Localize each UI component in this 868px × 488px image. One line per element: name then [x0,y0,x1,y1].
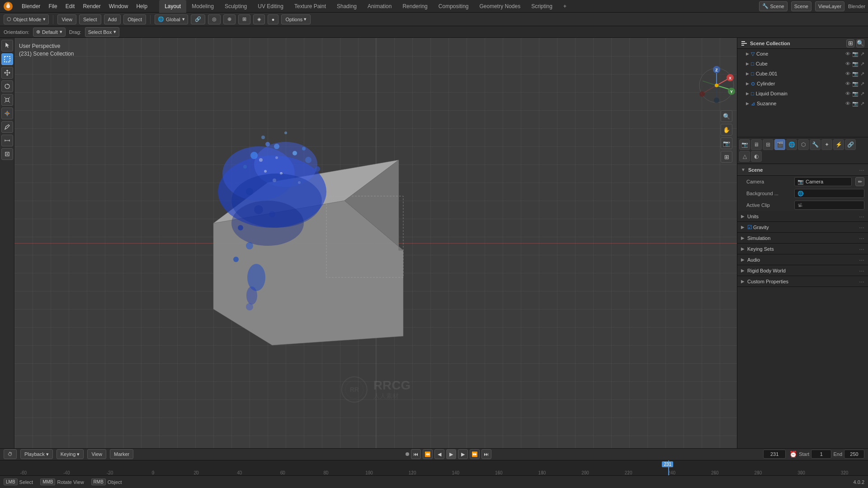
cylinder-select-icon[interactable]: ↗ [860,81,864,87]
outliner-item-cube001[interactable]: ▶ □ Cube.001 👁 📷 ↗ [737,69,868,79]
add-menu[interactable]: Add [104,14,121,24]
prev-frame-btn[interactable]: ◀ [434,449,444,459]
viewport-shading[interactable]: ● [268,14,279,24]
workspace-tab-sculpting[interactable]: Sculpting [219,0,252,13]
show-overlays[interactable]: ⊞ [238,14,250,24]
timeline-editor-type[interactable]: ⏱ [4,449,17,459]
outliner-search-btn[interactable]: 🔍 [856,39,864,47]
workspace-tab-modeling[interactable]: Modeling [186,0,219,13]
cube001-render-icon[interactable]: 📷 [852,71,859,77]
keying-sets-section[interactable]: ▶ Keying Sets ··· [737,244,868,254]
cone-render-icon[interactable]: 📷 [852,51,859,57]
constraints-props-btn[interactable]: 🔗 [845,139,856,150]
drag-selector[interactable]: Select Box ▾ [85,27,120,37]
cylinder-render-icon[interactable]: 📷 [852,81,859,87]
navigation-gizmo[interactable]: X Y Z [696,65,737,106]
workspace-tab-uv-editing[interactable]: UV Editing [252,0,289,13]
mode-selector[interactable]: ⬡ Object Mode ▾ [4,14,49,24]
cone-select-icon[interactable]: ↗ [860,51,864,57]
audio-section[interactable]: ▶ Audio ··· [737,254,868,265]
cube-visibility-icon[interactable]: 👁 [845,61,850,67]
expand-cylinder[interactable]: ▶ [745,81,750,86]
view-layer-props-btn[interactable]: ⊞ [763,139,774,150]
end-frame-value[interactable]: 250 [844,450,864,459]
outliner-item-liquid-domain[interactable]: ▶ □ Liquid Domain 👁 📷 ↗ [737,89,868,99]
options-btn[interactable]: Options ▾ [281,14,311,24]
current-frame-display[interactable]: 231 [763,450,786,459]
rotate-view-status[interactable]: MMB Rotate View [40,479,84,485]
rigid-body-menu[interactable]: ··· [859,267,864,274]
workspace-tab-scripting[interactable]: Scripting [526,0,558,13]
next-frame-btn[interactable]: ▶ [458,449,468,459]
jump-to-end-btn[interactable]: ⏭ [481,449,491,459]
expand-liquid[interactable]: ▶ [745,91,750,96]
menu-render[interactable]: Render [79,2,104,10]
cursor-tool[interactable] [1,40,13,52]
activeclip-value[interactable]: 📽 [794,201,864,210]
expand-suzanne[interactable]: ▶ [745,101,750,106]
viewport-3d[interactable]: User Perspective (231) Scene Collection … [14,38,737,448]
cone-visibility-icon[interactable]: 👁 [845,51,850,57]
workspace-tab-rendering[interactable]: Rendering [397,0,433,13]
select-status[interactable]: LMB Select [4,479,33,485]
physics-props-btn[interactable]: ⚡ [833,139,844,150]
object-menu[interactable]: Object [123,14,146,24]
pan-btn[interactable]: ✋ [721,124,732,136]
data-props-btn[interactable]: △ [739,151,750,162]
expand-cube[interactable]: ▶ [745,61,750,66]
scene-section-header[interactable]: ▼ Scene ··· [737,164,868,176]
cube-render-icon[interactable]: 📷 [852,61,859,67]
marker-menu[interactable]: Marker [110,449,133,459]
view-timeline-menu[interactable]: View [87,449,106,459]
next-keyframe-btn[interactable]: ⏩ [470,449,480,459]
cube001-visibility-icon[interactable]: 👁 [845,71,850,77]
scene-section-menu[interactable]: ··· [859,166,864,174]
start-frame-value[interactable]: 1 [811,450,831,459]
outliner-item-cylinder[interactable]: ▶ ⊙ Cylinder 👁 📷 ↗ [737,79,868,89]
units-section[interactable]: ▶ Units ··· [737,211,868,222]
play-btn[interactable]: ▶ [446,449,456,459]
background-value[interactable]: 🌐 [794,189,864,198]
custom-properties-section[interactable]: ▶ Custom Properties ··· [737,276,868,287]
add-cube-tool[interactable] [1,148,13,160]
show-xray[interactable]: ◈ [253,14,265,24]
workspace-tab-animation[interactable]: Animation [362,0,397,13]
menu-help[interactable]: Help [132,2,151,10]
units-menu[interactable]: ··· [859,213,864,220]
output-props-btn[interactable]: 🖥 [751,139,762,150]
object-status[interactable]: RMB Object [91,479,122,485]
jump-to-start-btn[interactable]: ⏮ [411,449,421,459]
render-props-btn[interactable]: 📷 [739,139,750,150]
rigid-body-world-section[interactable]: ▶ Rigid Body World ··· [737,265,868,276]
zoom-in-btn[interactable]: 🔍 [721,110,732,122]
menu-file[interactable]: File [45,2,61,10]
liquid-render-icon[interactable]: 📷 [852,91,859,97]
camera-btn[interactable]: 📷 [721,137,732,149]
select-menu[interactable]: Select [79,14,101,24]
camera-value[interactable]: 📷 Camera [794,177,852,186]
view-menu[interactable]: View [57,14,76,24]
transform-orientation[interactable]: 🌐 Global ▾ [155,14,188,24]
gravity-checkbox[interactable]: ☑ [747,224,752,230]
world-props-btn[interactable]: 🌐 [786,139,797,150]
workspace-tab-add[interactable]: + [558,0,572,13]
liquid-select-icon[interactable]: ↗ [860,91,864,97]
gravity-section[interactable]: ▶ ☑ Gravity ··· [737,222,868,233]
particles-props-btn[interactable]: ✦ [821,139,832,150]
view-layer-selector[interactable]: ViewLayer [815,1,844,11]
suzanne-select-icon[interactable]: ↗ [860,101,864,107]
menu-blender[interactable]: Blender [18,2,44,10]
select-tool[interactable] [1,53,13,65]
measure-tool[interactable] [1,135,13,146]
expand-cube001[interactable]: ▶ [745,71,750,76]
keying-menu[interactable]: ··· [859,245,864,253]
cylinder-visibility-icon[interactable]: 👁 [845,81,850,87]
suzanne-render-icon[interactable]: 📷 [852,101,859,107]
gravity-menu[interactable]: ··· [859,224,864,231]
menu-edit[interactable]: Edit [62,2,79,10]
grid-btn[interactable]: ⊞ [721,151,732,163]
show-gizmos[interactable]: ⊕ [223,14,236,24]
playback-menu[interactable]: Playback ▾ [20,449,53,459]
camera-edit-btn[interactable]: ✏ [855,177,864,186]
scene-props-btn[interactable]: 🎬 [774,139,785,150]
